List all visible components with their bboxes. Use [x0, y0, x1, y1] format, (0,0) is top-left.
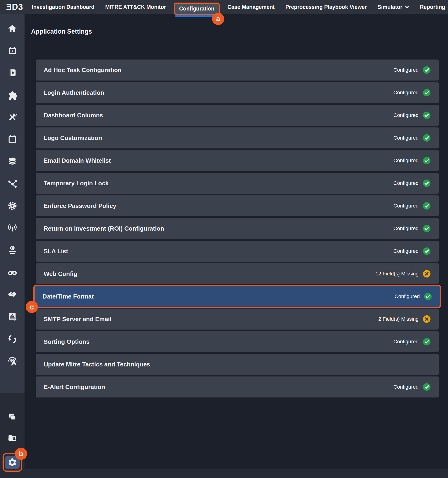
- settings-row-status: Configured: [393, 226, 419, 232]
- settings-row-label: Update Mitre Tactics and Techniques: [44, 361, 431, 368]
- configured-check-icon: [424, 292, 432, 300]
- configured-check-icon: [423, 338, 431, 346]
- fields-missing-x-icon: [423, 270, 431, 278]
- scheduled-playbook-icon[interactable]: [7, 45, 18, 56]
- integrations-icon[interactable]: [7, 90, 18, 100]
- settings-row-label: SMTP Server and Email: [44, 315, 378, 323]
- copy-icon[interactable]: [7, 412, 18, 422]
- settings-gear-button[interactable]: b: [3, 453, 22, 472]
- configured-check-icon: [423, 225, 431, 233]
- settings-row-label: Date/Time Format: [43, 293, 395, 300]
- settings-row-label: Logo Customization: [44, 134, 393, 142]
- calendar-icon[interactable]: [7, 134, 18, 145]
- configured-check-icon: [423, 157, 431, 164]
- settings-row[interactable]: Sorting Options Configured: [36, 331, 439, 352]
- binoculars-icon[interactable]: [7, 267, 18, 277]
- database-icon[interactable]: [7, 156, 18, 167]
- settings-row[interactable]: Web Config 12 Field(s) Missing: [36, 263, 439, 284]
- settings-row-status: 2 Field(s) Missing: [378, 316, 419, 322]
- settings-row-status: Configured: [393, 67, 419, 73]
- settings-row-label: Temporary Login Lock: [44, 180, 393, 187]
- settings-row-label: Ad Hoc Task Configuration: [44, 67, 393, 74]
- chevron-down-icon: [405, 6, 409, 8]
- settings-row[interactable]: Email Domain Whitelist Configured: [36, 150, 439, 171]
- settings-row[interactable]: Temporary Login Lock Configured: [36, 173, 439, 194]
- api-gear-icon[interactable]: API: [7, 201, 18, 211]
- settings-row[interactable]: Ad Hoc Task Configuration Configured: [36, 60, 439, 81]
- settings-row-label: Enforce Password Policy: [44, 202, 393, 210]
- topnav-item-mitre-att-ck-monitor[interactable]: MITRE ATT&CK Monitor: [100, 0, 172, 14]
- settings-row-label: Login Authentication: [44, 89, 393, 96]
- configured-check-icon: [423, 66, 431, 74]
- configured-check-icon: [423, 111, 431, 119]
- annotation-badge: a: [212, 13, 224, 25]
- sidebar-icon-stack: API: [0, 14, 25, 366]
- d3-logo: ƎD3: [6, 2, 23, 12]
- settings-row[interactable]: Logo Customization Configured: [36, 127, 439, 148]
- configured-check-icon: [423, 89, 431, 97]
- active-tab-underline: [175, 15, 215, 17]
- sidebar-bottom-section: b: [0, 393, 25, 478]
- left-sidebar: API: [0, 14, 25, 478]
- settings-row-status: Configured: [393, 248, 419, 254]
- topnav-item-reporting[interactable]: Reporting: [414, 0, 448, 14]
- settings-row[interactable]: E-Alert Configuration Configured: [36, 377, 439, 397]
- settings-row-status: Configured: [393, 112, 419, 118]
- settings-row[interactable]: Date/Time Format Configured c: [33, 285, 441, 308]
- settings-row[interactable]: Update Mitre Tactics and Techniques: [36, 354, 439, 375]
- settings-row[interactable]: Enforce Password Policy Configured: [36, 195, 439, 216]
- topnav-items: Investigation Dashboard MITRE ATT&CK Mon…: [26, 0, 448, 14]
- topnav-item-simulator[interactable]: Simulator: [372, 0, 414, 14]
- handshake-icon[interactable]: [7, 289, 18, 300]
- settings-row-status: Configured: [395, 293, 420, 299]
- configured-check-icon: [423, 383, 431, 391]
- broadcast-icon[interactable]: [7, 223, 18, 233]
- topnav-item-configuration[interactable]: Configuration a: [172, 0, 222, 14]
- fields-missing-x-icon: [423, 315, 431, 323]
- topnav-item-preprocessing-playbook-viewer[interactable]: Preprocessing Playbook Viewer: [280, 0, 372, 14]
- fingerprint-icon[interactable]: [7, 356, 18, 366]
- settings-row-status: Configured: [393, 384, 419, 390]
- user-folder-icon[interactable]: [7, 433, 18, 443]
- configured-check-icon: [423, 202, 431, 210]
- settings-list: Ad Hoc Task Configuration Configured Log…: [36, 60, 439, 397]
- settings-row-status: 12 Field(s) Missing: [375, 271, 419, 277]
- geolocation-globe-icon[interactable]: [7, 245, 18, 255]
- settings-row-label: Sorting Options: [44, 338, 393, 346]
- settings-row[interactable]: SMTP Server and Email 2 Field(s) Missing: [36, 308, 439, 330]
- svg-text:API: API: [10, 205, 14, 207]
- top-navigation-bar: ƎD3 Investigation Dashboard MITRE ATT&CK…: [0, 0, 448, 14]
- settings-row[interactable]: SLA List Configured: [36, 241, 439, 262]
- settings-row-status: Configured: [393, 339, 419, 345]
- settings-row-status: Configured: [393, 180, 419, 186]
- topnav-item-investigation-dashboard[interactable]: Investigation Dashboard: [26, 0, 100, 14]
- settings-row-status: Configured: [393, 135, 419, 141]
- settings-row-status: Configured: [393, 90, 419, 96]
- settings-row-status: Configured: [393, 157, 419, 164]
- playbook-library-icon[interactable]: [7, 68, 18, 78]
- home-icon[interactable]: [7, 23, 18, 34]
- configured-check-icon: [423, 179, 431, 187]
- bottom-strip: [25, 469, 448, 478]
- incident-report-icon[interactable]: [7, 312, 18, 322]
- topnav-item-case-management[interactable]: Case Management: [222, 0, 280, 14]
- settings-row[interactable]: Login Authentication Configured: [36, 82, 439, 103]
- connections-icon[interactable]: [7, 179, 18, 189]
- settings-row[interactable]: Return on Investment (ROI) Configuration…: [36, 218, 439, 239]
- utilities-tools-icon[interactable]: [7, 112, 18, 122]
- configured-check-icon: [423, 134, 431, 142]
- sync-icon[interactable]: [7, 334, 18, 344]
- main-content: Application Settings Ad Hoc Task Configu…: [25, 14, 448, 478]
- annotation-badge-b: b: [15, 448, 27, 460]
- settings-row-label: E-Alert Configuration: [44, 384, 393, 391]
- settings-row[interactable]: Dashboard Columns Configured: [36, 105, 439, 126]
- settings-row-label: Email Domain Whitelist: [44, 157, 393, 164]
- settings-row-label: SLA List: [44, 248, 393, 255]
- configured-check-icon: [423, 247, 431, 255]
- page-title: Application Settings: [31, 28, 92, 35]
- settings-row-label: Return on Investment (ROI) Configuration: [44, 225, 393, 232]
- annotation-badge-c: c: [26, 301, 38, 313]
- gear-icon: [7, 458, 17, 467]
- settings-row-status: Configured: [393, 203, 419, 209]
- settings-row-label: Dashboard Columns: [44, 112, 393, 119]
